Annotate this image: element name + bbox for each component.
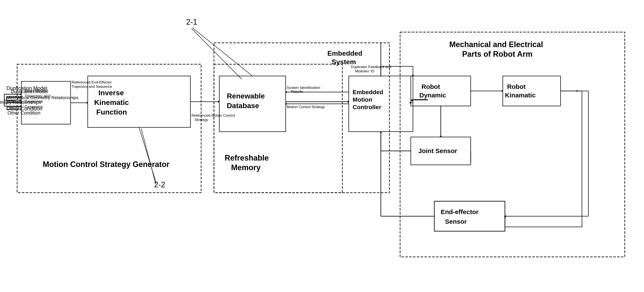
duplicator-feedback-label: Duplicator Feedback and xyxy=(351,65,391,69)
other-condition-text: Other Condition xyxy=(6,106,42,112)
refreshable-memory-label2: Memory xyxy=(231,163,260,172)
svg-text:Modules' ID: Modules' ID xyxy=(355,69,374,73)
svg-text:Results: Results xyxy=(291,90,303,94)
svg-text:Dynamic: Dynamic xyxy=(419,92,446,99)
end-effector-sensor-box: End-effector xyxy=(441,208,478,215)
svg-text:Trajectory and Sequence: Trajectory and Sequence xyxy=(72,85,112,89)
mech-geo-text: Mechanical Geometry Relationships xyxy=(6,95,78,100)
svg-text:Kinematic: Kinematic xyxy=(94,98,129,106)
embedded-motion-box: Embedded xyxy=(352,89,383,96)
system-id-label: System Identification xyxy=(287,86,320,90)
svg-text:Function: Function xyxy=(96,108,127,116)
svg-text:Database: Database xyxy=(227,102,259,110)
joint-sensor-box: Joint Sensor xyxy=(418,147,457,154)
embedded-system-label2: System xyxy=(332,58,356,66)
svg-text:Kinamatic: Kinamatic xyxy=(505,92,536,99)
refreshable-memory-label: Refreshable xyxy=(225,153,269,162)
svg-rect-0 xyxy=(0,0,644,292)
ref-end-effector-label: Referenced End-Effector xyxy=(72,80,112,84)
svg-text:Controller: Controller xyxy=(352,104,381,110)
diagram-container: Motion Control Strategy Generator Refres… xyxy=(0,0,644,292)
ref-motion-control-label: Referenced Motion Control xyxy=(192,113,235,118)
inverse-kinematic-box: Inverse xyxy=(98,89,124,97)
robot-dynamic-box: Robot xyxy=(422,83,440,90)
robot-kinematic-box: Robot xyxy=(507,83,526,90)
mech-elec-label2: Parts of Robot Arm xyxy=(462,50,532,59)
svg-text:Strategy: Strategy xyxy=(195,118,208,122)
duplication-model-text: Duplication Model xyxy=(6,85,47,91)
svg-text:Sensor: Sensor xyxy=(445,218,467,225)
label-2-1: 2-1 xyxy=(186,18,197,26)
svg-text:Motion: Motion xyxy=(352,96,372,103)
motion-control-strat-label: Motion Control Strategy xyxy=(287,105,325,109)
renewable-database-box: Renewable xyxy=(227,92,265,100)
mech-elec-label: Mechanical and Electrical xyxy=(449,40,543,49)
embedded-system-label: Embedded xyxy=(327,50,362,57)
